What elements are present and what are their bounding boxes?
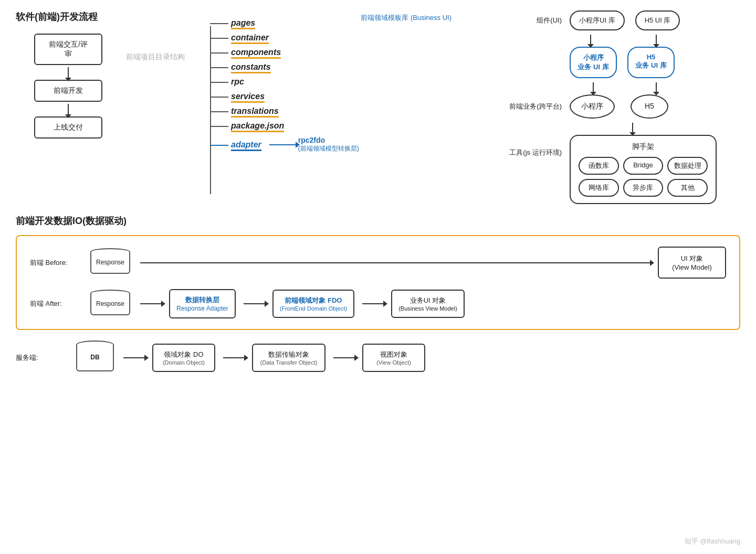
- server-db-cylinder: DB: [76, 340, 116, 375]
- flow-step-2: 前端开发: [34, 80, 102, 102]
- before-row: 前端 Before: Response UI 对象(View Model): [30, 247, 726, 279]
- arrow-down-h5-biz: [656, 82, 657, 92]
- branch-line: [210, 97, 228, 98]
- flow-step-3: 上线交付: [34, 116, 102, 138]
- dir-name-wrap-rpc: rpc: [231, 77, 244, 87]
- server-node-1: 领域对象 DO (Domain Object): [152, 344, 215, 372]
- scaffold-box: 脚手架 函数库 Bridge 数据处理 网络库 异步库 其他: [570, 135, 717, 204]
- dir-name-wrap-packagejson: package.json: [231, 121, 284, 131]
- miniprogram-business-ui: 小程序业务 UI 库: [570, 47, 617, 78]
- branch-line: [210, 126, 228, 127]
- scaffold-async: 异步库: [623, 179, 664, 197]
- cylinder-body-after: Response: [90, 293, 130, 315]
- scaffold-functions: 函数库: [579, 157, 619, 175]
- cross-platform-label: 前端业务(跨平台): [494, 102, 562, 111]
- arrow-down-miniprogram-biz: [593, 82, 594, 92]
- dir-name-rpc: rpc: [231, 77, 244, 86]
- dir-name-components: components: [231, 48, 281, 57]
- after-cylinder: Response: [90, 290, 132, 318]
- underline-pages: [231, 28, 255, 29]
- after-arrow-2: [244, 303, 265, 304]
- flow-step-1: 前端交互/评审: [34, 34, 102, 65]
- bottom-title: 前端开发数据IO(数据驱动): [16, 215, 740, 227]
- flow-title: 软件(前端)开发流程: [16, 10, 121, 23]
- after-arrow-3: [362, 303, 383, 304]
- business-ui-row: 小程序业务 UI 库 H5业务 UI 库: [494, 47, 740, 78]
- server-section: 服务端: DB 领域对象 DO (Domain Object): [16, 340, 740, 375]
- branch-line: [210, 82, 228, 83]
- server-row: 服务端: DB 领域对象 DO (Domain Object): [16, 340, 740, 375]
- server-node2-line1: 数据传输对象: [259, 350, 318, 359]
- underline-constants: [231, 72, 271, 73]
- dir-item-translations: translations: [210, 106, 488, 116]
- scaffold-bridge: Bridge: [623, 157, 664, 175]
- branch-dot: [210, 23, 211, 24]
- dir-name-wrap-container: container: [231, 33, 269, 42]
- component-ui-label: 组件(UI): [494, 16, 562, 25]
- server-node2-line2: (Data Transfer Object): [259, 359, 318, 366]
- h5-oval: H5: [631, 94, 668, 119]
- main-container: 软件(前端)开发流程 前端交互/评审 前端开发 上线交付: [0, 0, 756, 554]
- dir-item-services: services: [210, 92, 488, 101]
- dir-name-wrap-services: services: [231, 92, 265, 101]
- scaffold-network: 网络库: [579, 179, 619, 197]
- dir-name-container: container: [231, 33, 269, 42]
- dir-name-wrap-translations: translations: [231, 106, 279, 116]
- server-node-2: 数据传输对象 (Data Transfer Object): [252, 344, 326, 372]
- cross-platform-row: 前端业务(跨平台) 小程序 H5: [494, 94, 740, 119]
- dir-name-wrap-components: components: [231, 48, 281, 57]
- after-target-line1: 业务UI 对象: [398, 296, 457, 305]
- dir-name-wrap-constants: constants: [231, 62, 271, 72]
- watermark: 知乎 @flashhuang: [685, 537, 740, 546]
- business-ui-boxes: 小程序业务 UI 库 H5业务 UI 库: [570, 47, 675, 78]
- branch-line: [210, 38, 228, 39]
- adapter-label-text: (前端领域模型转换层): [298, 144, 359, 153]
- h5-business-ui: H5业务 UI 库: [627, 47, 675, 78]
- dir-item-components: components: [210, 48, 488, 57]
- dir-item-container: container: [210, 33, 488, 42]
- after-label: 前端 After:: [30, 299, 82, 308]
- adapter-arrowhead: [296, 142, 300, 148]
- rpc2fdo-text: rpc2fdo: [298, 136, 359, 144]
- after-node2-line1: 前端领域对象 FDO: [280, 296, 347, 305]
- scaffold-title: 脚手架: [579, 142, 708, 152]
- dir-item-packagejson: package.json: [210, 121, 488, 131]
- tools-label: 工具(js 运行环境): [494, 135, 562, 157]
- server-target-line2: (View Object): [371, 359, 416, 366]
- dir-name-packagejson: package.json: [231, 121, 284, 130]
- arrow-row-2: [494, 82, 740, 92]
- h5-ui-lib: H5 UI 库: [635, 10, 680, 30]
- branch-line: [210, 67, 228, 68]
- scaffold-other: 其他: [667, 179, 708, 197]
- cylinder-body-before: Response: [90, 252, 130, 274]
- bottom-section: 前端开发数据IO(数据驱动) 前端 Before: Response: [16, 215, 740, 375]
- server-node1-line1: 领域对象 DO: [161, 350, 206, 359]
- before-target: UI 对象(View Model): [658, 247, 726, 279]
- dir-name-constants: constants: [231, 62, 271, 71]
- scaffold-dataprocess: 数据处理: [667, 157, 708, 175]
- branch-line: [210, 23, 228, 24]
- arrow-down-tools: [632, 123, 633, 132]
- miniprogram-oval: 小程序: [570, 94, 615, 119]
- miniprogram-ui-lib: 小程序UI 库: [570, 10, 625, 30]
- server-target: 视图对象 (View Object): [362, 344, 425, 372]
- dir-item-constants: constants: [210, 62, 488, 72]
- after-target-line2: (Business View Model): [398, 305, 457, 312]
- after-node-2: 前端领域对象 FDO (FrontEnd Domain Object): [272, 290, 354, 318]
- arrow-row-3: [494, 123, 740, 132]
- before-cylinder: Response: [90, 248, 132, 277]
- after-node1-line2: Response Adapter: [176, 305, 228, 312]
- branch-line-adapter: [210, 145, 228, 146]
- underline-translations: [231, 116, 279, 118]
- component-ui-row: 组件(UI) 小程序UI 库 H5 UI 库: [494, 10, 740, 30]
- rpc2fdo-label: rpc2fdo (前端领域模型转换层): [298, 136, 359, 153]
- branch-line: [210, 111, 228, 112]
- dir-name-wrap-adapter: adapter: [231, 140, 261, 150]
- before-arrowhead: [650, 260, 654, 266]
- underline-components: [231, 57, 281, 59]
- server-target-line1: 视图对象: [371, 350, 416, 359]
- after-node2-line2: (FrontEnd Domain Object): [280, 305, 347, 312]
- server-label: 服务端:: [16, 353, 68, 363]
- underline-adapter: [231, 150, 261, 151]
- after-node1-line1: 数据转换层: [176, 295, 228, 305]
